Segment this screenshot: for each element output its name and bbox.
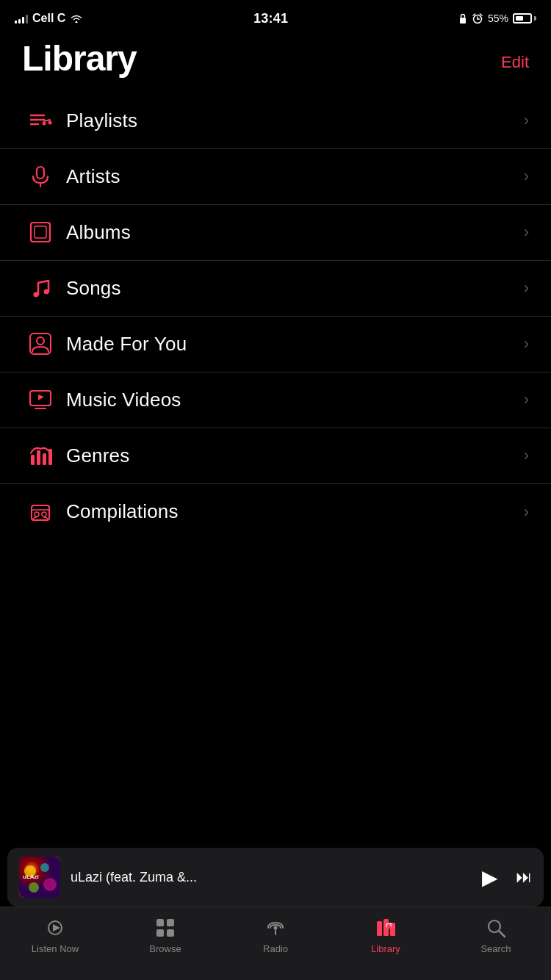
search-icon	[484, 916, 508, 940]
made-for-you-label: Made For You	[66, 333, 524, 356]
mini-player-info: uLazi (feat. Zuma &...	[71, 870, 472, 885]
library-item-songs[interactable]: Songs ›	[0, 261, 551, 317]
compilations-chevron: ›	[524, 502, 529, 522]
mini-player-artwork: uLAzi	[19, 857, 60, 898]
albums-icon	[22, 214, 59, 251]
signal-icon	[15, 13, 28, 24]
artists-label: Artists	[66, 165, 524, 188]
listen-now-icon	[43, 916, 67, 940]
svg-point-19	[37, 337, 44, 345]
edit-button[interactable]: Edit	[501, 40, 529, 72]
tab-radio[interactable]: Radio	[220, 916, 331, 954]
compilations-label: Compilations	[66, 500, 524, 523]
music-videos-icon	[22, 381, 59, 418]
svg-point-10	[43, 122, 46, 126]
alarm-icon	[472, 12, 483, 24]
status-right: 55%	[458, 12, 536, 24]
tab-bar: Listen Now Browse Radio	[0, 907, 551, 980]
carrier-label: Cell C	[32, 12, 65, 25]
songs-icon	[22, 270, 59, 306]
mini-player-title: uLazi (feat. Zuma &...	[71, 870, 472, 885]
svg-point-11	[48, 121, 52, 125]
svg-rect-38	[156, 919, 164, 926]
radio-icon	[264, 916, 287, 940]
artists-icon	[22, 158, 59, 195]
library-item-playlists[interactable]: Playlists ›	[0, 93, 551, 149]
tab-browse[interactable]: Browse	[110, 916, 220, 954]
svg-rect-39	[167, 919, 174, 926]
svg-rect-44	[377, 921, 382, 936]
svg-point-48	[385, 927, 387, 929]
compilations-icon	[22, 494, 59, 530]
genres-chevron: ›	[524, 446, 529, 465]
page-title: Library	[22, 40, 137, 79]
svg-rect-23	[37, 450, 40, 465]
library-item-genres[interactable]: Genres ›	[0, 428, 551, 484]
svg-point-17	[44, 289, 49, 295]
svg-line-5	[473, 14, 475, 15]
status-bar: Cell C 13:41 55%	[0, 0, 551, 32]
svg-rect-14	[31, 223, 50, 242]
songs-label: Songs	[66, 277, 524, 300]
battery-indicator	[513, 13, 536, 24]
page-header: Library Edit	[0, 32, 551, 79]
svg-rect-41	[167, 929, 174, 937]
svg-line-51	[499, 931, 505, 937]
svg-rect-1	[460, 18, 466, 24]
mini-player-controls: ▶ ⏭	[482, 865, 532, 890]
status-left: Cell C	[15, 12, 83, 25]
svg-rect-15	[35, 226, 46, 238]
tab-listen-now[interactable]: Listen Now	[0, 916, 110, 954]
music-videos-label: Music Videos	[66, 389, 524, 411]
mini-player[interactable]: uLAzi uLazi (feat. Zuma &... ▶ ⏭	[7, 848, 544, 907]
svg-rect-24	[43, 453, 46, 465]
albums-label: Albums	[66, 221, 524, 244]
svg-point-49	[389, 926, 392, 929]
tab-browse-label: Browse	[149, 943, 181, 954]
made-for-you-chevron: ›	[524, 334, 529, 353]
music-videos-chevron: ›	[524, 390, 529, 409]
mini-player-forward-button[interactable]: ⏭	[516, 868, 532, 887]
library-item-music-videos[interactable]: Music Videos ›	[0, 372, 551, 428]
svg-point-16	[34, 292, 39, 298]
svg-rect-12	[37, 167, 44, 179]
lock-icon	[458, 13, 467, 24]
genres-icon	[22, 437, 59, 474]
tab-search-label: Search	[480, 943, 511, 954]
library-icon	[374, 916, 397, 940]
svg-text:uLAzi: uLAzi	[23, 873, 39, 880]
svg-marker-37	[53, 924, 60, 932]
albums-chevron: ›	[524, 223, 529, 242]
tab-search[interactable]: Search	[441, 916, 551, 954]
browse-icon	[154, 916, 177, 940]
library-item-albums[interactable]: Albums ›	[0, 205, 551, 261]
svg-point-33	[43, 878, 57, 891]
battery-percentage: 55%	[488, 12, 508, 24]
svg-rect-22	[31, 455, 35, 465]
playlists-chevron: ›	[524, 111, 529, 130]
mini-player-play-button[interactable]: ▶	[482, 865, 498, 890]
songs-chevron: ›	[524, 278, 529, 298]
tab-library-label: Library	[371, 943, 400, 954]
svg-point-29	[42, 512, 46, 516]
tab-listen-now-label: Listen Now	[32, 943, 79, 954]
svg-line-6	[480, 14, 482, 15]
library-item-artists[interactable]: Artists ›	[0, 149, 551, 205]
svg-point-34	[29, 882, 39, 893]
svg-point-0	[76, 21, 77, 23]
status-time: 13:41	[253, 11, 289, 26]
playlists-label: Playlists	[66, 109, 524, 132]
svg-point-28	[35, 512, 39, 516]
artists-chevron: ›	[524, 167, 529, 186]
svg-point-32	[40, 863, 49, 872]
svg-rect-40	[156, 929, 164, 937]
made-for-you-icon	[22, 325, 59, 362]
playlists-icon	[22, 102, 59, 139]
tab-radio-label: Radio	[263, 943, 288, 954]
library-list: Playlists › Artists › Albums ›	[0, 93, 551, 540]
wifi-icon	[70, 13, 83, 24]
library-item-made-for-you[interactable]: Made For You ›	[0, 317, 551, 372]
tab-library[interactable]: Library	[331, 916, 441, 954]
genres-label: Genres	[66, 444, 524, 467]
library-item-compilations[interactable]: Compilations ›	[0, 484, 551, 540]
